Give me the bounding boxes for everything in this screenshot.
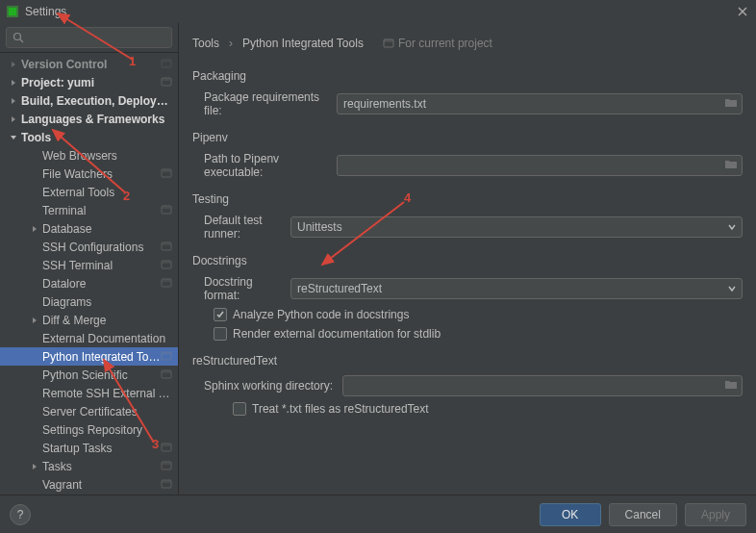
tree-item-label: Project: yumi	[21, 76, 161, 89]
folder-icon[interactable]	[724, 97, 738, 112]
tree-item-version-control[interactable]: Version Control	[0, 55, 178, 73]
tree-item-label: Remote SSH External Tools	[42, 387, 174, 400]
tree-item-languages-frameworks[interactable]: Languages & Frameworks	[0, 110, 178, 128]
search-wrap	[0, 23, 178, 53]
tree-item-external-tools[interactable]: External Tools	[0, 183, 178, 201]
checkbox-treat-txt[interactable]: Treat *.txt files as reStructuredText	[192, 402, 743, 416]
checkbox-analyze-docstrings[interactable]: Analyze Python code in docstrings	[192, 308, 743, 321]
checkbox-render-stdlib[interactable]: Render external documentation for stdlib	[192, 327, 743, 341]
tree-item-tools[interactable]: Tools	[0, 128, 178, 146]
search-input[interactable]	[6, 27, 172, 48]
breadcrumb-sep: ›	[229, 37, 233, 50]
tree-item-diff-merge[interactable]: Diff & Merge	[0, 311, 178, 329]
tree-arrow-icon	[29, 443, 40, 454]
tree-item-label: Build, Execution, Deployment	[21, 94, 174, 108]
chevron-down-icon	[728, 220, 736, 234]
tree-item-label: Languages & Frameworks	[21, 113, 174, 126]
tree-arrow-icon	[29, 333, 40, 344]
tree-item-remote-ssh-external-tools[interactable]: Remote SSH External Tools	[0, 384, 178, 402]
tree-arrow-icon	[29, 168, 40, 180]
tree-item-ssh-terminal[interactable]: SSH Terminal	[0, 256, 178, 274]
svg-rect-27	[162, 480, 171, 483]
svg-rect-17	[162, 279, 171, 282]
tree-item-diagrams[interactable]: Diagrams	[0, 292, 178, 311]
tree-arrow-icon	[29, 278, 40, 290]
input-package-req[interactable]: requirements.txt	[337, 93, 743, 114]
input-sphinx-dir[interactable]	[342, 375, 743, 396]
tree-item-label: SSH Terminal	[42, 259, 161, 272]
tree-item-label: Terminal	[42, 204, 161, 217]
section-title-pipenv: Pipenv	[192, 131, 743, 144]
tree-item-label: External Documentation	[42, 332, 174, 345]
app-icon	[6, 5, 19, 18]
checkbox-icon	[214, 327, 227, 341]
tree-item-startup-tasks[interactable]: Startup Tasks	[0, 439, 178, 457]
settings-tree: Version ControlProject: yumiBuild, Execu…	[0, 53, 178, 495]
svg-rect-15	[162, 261, 171, 264]
tree-item-label: Tasks	[42, 460, 161, 473]
label-pipenv-path: Path to Pipenv executable:	[192, 152, 337, 179]
tree-item-web-browsers[interactable]: Web Browsers	[0, 146, 178, 165]
sidebar: Version ControlProject: yumiBuild, Execu…	[0, 23, 179, 495]
tree-item-python-scientific[interactable]: Python Scientific	[0, 366, 178, 384]
select-docstring-format[interactable]: reStructuredText	[290, 278, 743, 299]
for-project-label: For current project	[383, 37, 492, 50]
section-title-packaging: Packaging	[192, 69, 743, 83]
tree-arrow-icon	[29, 461, 40, 472]
content-panel: Tools › Python Integrated Tools For curr…	[179, 23, 756, 495]
select-test-runner[interactable]: Unittests	[290, 216, 743, 238]
svg-rect-9	[162, 169, 171, 172]
tree-arrow-icon	[8, 77, 19, 89]
tree-item-terminal[interactable]: Terminal	[0, 201, 178, 219]
tree-arrow-icon	[29, 315, 40, 326]
tree-item-build-execution-deployment[interactable]: Build, Execution, Deployment	[0, 91, 178, 110]
svg-rect-21	[162, 370, 171, 373]
cancel-button[interactable]: Cancel	[609, 503, 677, 526]
close-button[interactable]	[733, 2, 752, 21]
svg-rect-29	[384, 39, 393, 42]
tree-arrow-icon	[8, 114, 19, 125]
svg-rect-25	[162, 462, 171, 465]
tree-item-external-documentation[interactable]: External Documentation	[0, 329, 178, 347]
tree-item-server-certificates[interactable]: Server Certificates	[0, 402, 178, 420]
tree-arrow-icon	[29, 479, 40, 491]
svg-rect-19	[162, 352, 171, 355]
checkbox-label: Render external documentation for stdlib	[233, 327, 441, 341]
project-scope-icon	[161, 368, 174, 382]
tree-item-tasks[interactable]: Tasks	[0, 457, 178, 475]
project-scope-icon	[161, 241, 174, 254]
project-scope-icon	[161, 259, 174, 272]
tree-item-label: SSH Configurations	[42, 241, 161, 254]
tree-item-ssh-configurations[interactable]: SSH Configurations	[0, 238, 178, 256]
tree-item-project-yumi[interactable]: Project: yumi	[0, 73, 178, 91]
tree-item-datalore[interactable]: Datalore	[0, 274, 178, 292]
tree-item-label: Python Integrated Tools	[42, 350, 161, 364]
tree-item-file-watchers[interactable]: File Watchers	[0, 165, 178, 183]
tree-item-database[interactable]: Database	[0, 219, 178, 238]
tree-item-python-integrated-tools[interactable]: Python Integrated Tools	[0, 347, 178, 366]
svg-rect-1	[9, 8, 16, 15]
svg-rect-13	[162, 242, 171, 245]
footer: ? OK Cancel Apply	[0, 495, 756, 533]
tree-item-label: Startup Tasks	[42, 442, 161, 455]
apply-button[interactable]: Apply	[685, 503, 746, 526]
row-docstring-format: Docstring format: reStructuredText	[192, 275, 743, 302]
svg-rect-7	[162, 78, 171, 81]
checkbox-icon	[233, 402, 246, 416]
tree-item-label: Datalore	[42, 277, 161, 291]
main-area: Version ControlProject: yumiBuild, Execu…	[0, 23, 756, 495]
tree-item-label: Python Scientific	[42, 368, 161, 382]
section-rst: reStructuredText Sphinx working director…	[192, 354, 743, 416]
breadcrumb-tools[interactable]: Tools	[192, 37, 219, 50]
project-scope-icon	[161, 167, 174, 181]
tree-item-settings-repository[interactable]: Settings Repository	[0, 420, 178, 439]
ok-button[interactable]: OK	[540, 503, 601, 526]
project-scope-icon	[161, 478, 174, 492]
folder-icon[interactable]	[724, 159, 738, 173]
input-pipenv-path[interactable]	[337, 155, 743, 176]
project-scope-icon	[161, 442, 174, 455]
tree-item-vagrant[interactable]: Vagrant	[0, 475, 178, 494]
folder-icon[interactable]	[724, 379, 738, 393]
label-sphinx-dir: Sphinx working directory:	[192, 379, 342, 393]
help-button[interactable]: ?	[10, 504, 31, 525]
